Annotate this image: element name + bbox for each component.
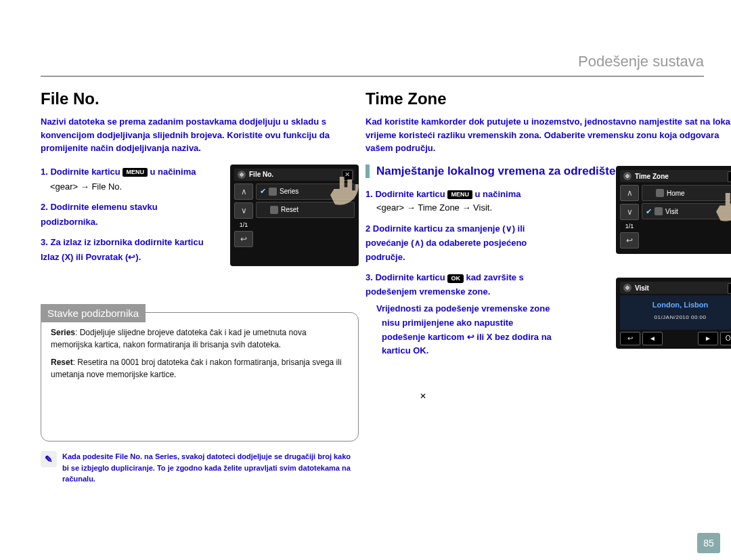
- left-column: File No. Nazivi datoteka se prema zadani…: [41, 81, 359, 485]
- right-column: Time Zone Kad koristite kamkorder dok pu…: [366, 81, 731, 560]
- page-header: Podešenje sustava: [41, 53, 704, 77]
- subitem-reset: Reset: Resetira na 0001 broj datoteka ča…: [51, 356, 349, 381]
- page-number: 85: [697, 533, 720, 553]
- tz-step-1: 1. Dodirnite karticu MENU u načinima <ge…: [366, 188, 555, 216]
- close-icon: ✕: [728, 171, 731, 182]
- tz-step-2: 2 Dodirnite karticu za smanjenje (∨) ili…: [366, 222, 555, 264]
- step-3: 3. Za izlaz iz izbornika dodirnite karti…: [41, 235, 217, 265]
- city-label: London, Lisbon: [652, 301, 708, 309]
- menu-pill: MENU: [123, 168, 148, 177]
- file-no-intro: Nazivi datoteka se prema zadanim postavk…: [41, 115, 359, 155]
- screenshot-title: File No.: [249, 171, 273, 178]
- next-button[interactable]: ►: [698, 332, 718, 345]
- down-button[interactable]: ∨: [234, 202, 253, 219]
- screenshot-title: Visit: [635, 284, 649, 292]
- gear-icon: [623, 284, 632, 292]
- option-home[interactable]: Home: [642, 185, 731, 201]
- step-2: 2. Dodirnite elemenu stavku podizbornika…: [41, 200, 217, 230]
- checkmark-icon: ✔: [646, 207, 652, 216]
- back-button[interactable]: ↩: [620, 332, 640, 345]
- screenshot-file-no: File No. ✕ ∧ ∨ 1/1 ↩ ✔ Series: [230, 165, 359, 266]
- time-zone-steps: 1. Dodirnite karticu MENU u načinima <ge…: [366, 188, 555, 366]
- gear-icon: [623, 172, 632, 180]
- stray-glyph: ✕: [420, 391, 426, 401]
- ok-pill: OK: [447, 274, 464, 283]
- page-count: 1/1: [234, 221, 253, 228]
- back-button[interactable]: ↩: [620, 232, 639, 249]
- note-icon: ✎: [41, 451, 57, 467]
- tz-step-3: 3. Dodirnite karticu OK kad završite s p…: [366, 271, 555, 358]
- screenshot-visit: Visit ✕ London, Lisbon 01/JAN/2010 00:00…: [616, 278, 731, 349]
- step-1: 1. Dodirnite karticu MENU u načinima <ge…: [41, 165, 217, 194]
- file-no-steps: 1. Dodirnite karticu MENU u načinima <ge…: [41, 165, 217, 271]
- screenshot-time-zone: Time Zone ✕ ∧ ∨ 1/1 ↩ Home ✔ Visit: [616, 166, 731, 254]
- reset-icon: [270, 206, 278, 214]
- section-title-time-zone: Time Zone: [366, 89, 731, 108]
- subitems-box-file-no: Series: Dodjeljuje slijedne brojeve dato…: [41, 312, 359, 441]
- visit-icon: [655, 207, 663, 215]
- ok-button[interactable]: OK: [720, 332, 731, 345]
- up-button[interactable]: ∧: [620, 185, 639, 201]
- menu-pill: MENU: [447, 190, 472, 199]
- up-button[interactable]: ∧: [234, 184, 253, 200]
- section-title-file-no: File No.: [41, 89, 359, 108]
- down-button[interactable]: ∨: [620, 204, 639, 220]
- tz-step-3-bullet: Vrijednosti za podešenje vremenske zone …: [382, 302, 555, 358]
- file-no-note: ✎ Kada podesite File No. na Series, svak…: [41, 451, 359, 485]
- close-icon: ✕: [728, 283, 731, 294]
- finger-tap-icon: [330, 177, 361, 208]
- page-count: 1/1: [620, 223, 639, 230]
- clock-label: 01/JAN/2010 00:00: [655, 314, 707, 320]
- subitems-heading: Stavke podizbornika: [41, 304, 146, 322]
- gear-icon: [238, 171, 246, 179]
- home-icon: [656, 189, 664, 197]
- world-map: London, Lisbon 01/JAN/2010 00:00: [620, 295, 731, 330]
- subitem-series: Series: Dodjeljuje slijedne brojeve dato…: [51, 326, 349, 351]
- time-zone-intro: Kad koristite kamkorder dok putujete u i…: [366, 115, 731, 155]
- back-button[interactable]: ↩: [234, 231, 253, 247]
- prev-button[interactable]: ◄: [642, 332, 663, 345]
- screenshot-title: Time Zone: [635, 173, 669, 180]
- checkmark-icon: ✔: [260, 187, 266, 196]
- series-icon: [269, 188, 277, 196]
